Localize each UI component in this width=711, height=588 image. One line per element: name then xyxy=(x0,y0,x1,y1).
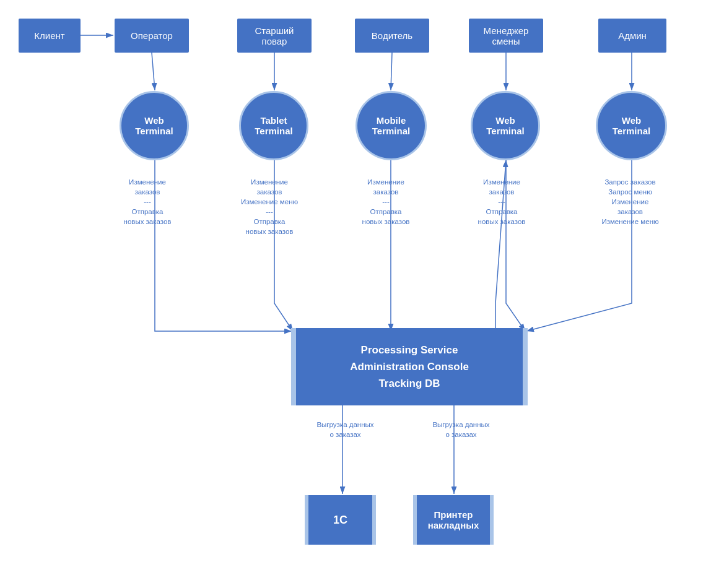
box-1c: 1С xyxy=(305,495,376,545)
svg-line-5 xyxy=(391,53,392,90)
terminal-web1: WebTerminal xyxy=(120,91,189,160)
node-menedzher: Менеджерсмены xyxy=(469,19,543,53)
svg-line-3 xyxy=(152,53,155,90)
annotation-web1: Изменениезаказов---Отправкановых заказов xyxy=(104,177,191,227)
node-klient: Клиент xyxy=(19,19,81,53)
diagram: Клиент Оператор Старшийповар Водитель Ме… xyxy=(0,0,711,588)
terminal-web2: WebTerminal xyxy=(471,91,540,160)
terminal-mobile: MobileTerminal xyxy=(356,91,427,160)
node-admin: Админ xyxy=(598,19,666,53)
center-box: Processing ServiceAdministration Console… xyxy=(291,328,528,405)
annotation-mobile: Изменениезаказов---Отправкановых заказов xyxy=(342,177,429,227)
node-operator: Оператор xyxy=(115,19,189,53)
annotation-tablet: ИзменениезаказовИзменение меню---Отправк… xyxy=(226,177,313,237)
node-voditel: Водитель xyxy=(355,19,429,53)
bottom-label-1c: Выгрузка данныхо заказах xyxy=(300,420,390,439)
node-starshiy: Старшийповар xyxy=(237,19,312,53)
annotation-web2: Изменениезаказов---Отправкановых заказов xyxy=(458,177,545,227)
terminal-tablet: TabletTerminal xyxy=(239,91,308,160)
terminal-web3: WebTerminal xyxy=(596,91,667,160)
annotation-web3: Запрос заказовЗапрос менюИзменениезаказо… xyxy=(582,177,678,227)
bottom-label-printer: Выгрузка данныхо заказах xyxy=(416,420,506,439)
box-printer: Принтернакладных xyxy=(413,495,494,545)
